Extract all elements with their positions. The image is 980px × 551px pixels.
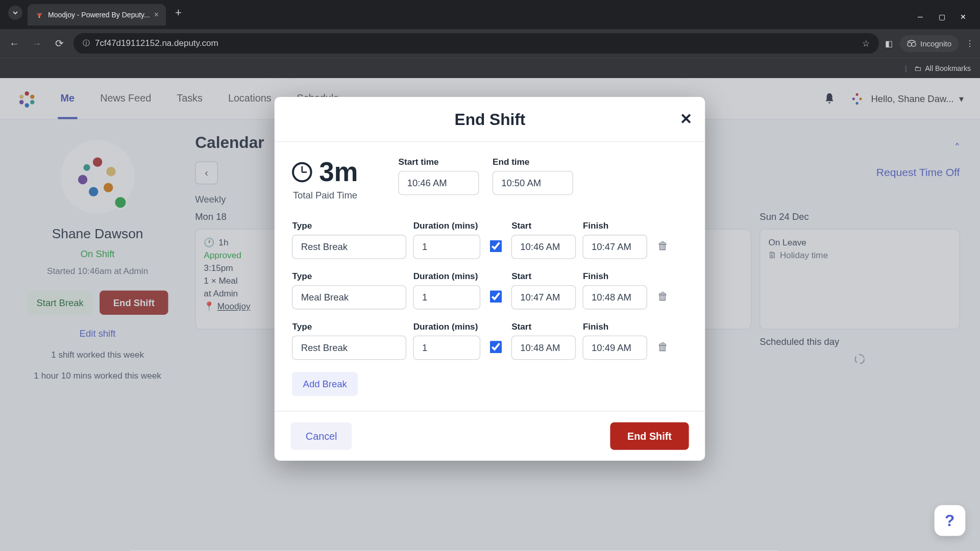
modal-overlay: End Shift ✕ 3m Total Paid Time Start tim… <box>0 78 980 551</box>
close-tab-icon[interactable]: × <box>154 10 159 19</box>
break-finish-label: Finish <box>583 321 648 332</box>
break-duration-input[interactable] <box>413 235 481 259</box>
site-info-icon[interactable]: ⓘ <box>83 39 90 48</box>
break-start-label: Start <box>511 271 576 281</box>
svg-point-2 <box>40 13 42 14</box>
break-type-label: Type <box>292 271 407 281</box>
folder-icon: 🗀 <box>914 64 921 72</box>
add-break-button[interactable]: Add Break <box>292 372 358 396</box>
tab-list-button[interactable] <box>8 6 22 20</box>
divider: | <box>905 64 907 72</box>
close-icon[interactable]: ✕ <box>680 110 692 128</box>
forward-button[interactable]: → <box>29 35 45 52</box>
break-start-input[interactable] <box>511 285 576 309</box>
end-time-label: End time <box>493 157 573 167</box>
break-finish-input[interactable] <box>583 336 648 360</box>
url-text: 7cf47d19112152.na.deputy.com <box>95 38 857 48</box>
break-duration-input[interactable] <box>413 285 481 309</box>
break-start-input[interactable] <box>511 235 576 259</box>
break-type-input[interactable] <box>292 235 407 259</box>
modal-title: End Shift <box>455 110 526 129</box>
break-finish-label: Finish <box>583 271 648 281</box>
break-checkbox[interactable] <box>490 341 502 353</box>
close-window-icon[interactable]: ✕ <box>959 13 968 21</box>
incognito-icon <box>907 40 916 47</box>
break-type-label: Type <box>292 220 407 231</box>
break-type-input[interactable] <box>292 285 407 309</box>
trash-icon[interactable]: 🗑 <box>657 240 668 253</box>
back-button[interactable]: ← <box>6 35 22 52</box>
end-shift-modal: End Shift ✕ 3m Total Paid Time Start tim… <box>275 97 705 461</box>
trash-icon[interactable]: 🗑 <box>657 290 668 303</box>
tab-favicon-icon <box>35 10 44 19</box>
new-tab-button[interactable]: + <box>169 6 188 23</box>
minimize-icon[interactable]: ─ <box>916 13 925 21</box>
menu-icon[interactable]: ⋮ <box>966 39 974 48</box>
clock-icon <box>292 162 313 182</box>
start-time-input[interactable] <box>399 171 479 195</box>
break-duration-input[interactable] <box>413 336 481 360</box>
reload-button[interactable]: ⟳ <box>51 35 67 52</box>
incognito-label: Incognito <box>920 39 951 48</box>
extensions-icon[interactable]: ◧ <box>885 39 893 48</box>
break-finish-label: Finish <box>583 220 648 231</box>
break-row: Type Duration (mins) Start Finish 🗑 <box>292 220 688 259</box>
paid-time-label: Total Paid Time <box>293 190 357 201</box>
paid-time-value: 3m <box>319 157 358 187</box>
browser-tab[interactable]: Moodjoy - Powered By Deputy... × <box>28 4 166 26</box>
svg-point-3 <box>39 16 40 18</box>
all-bookmarks-button[interactable]: 🗀 All Bookmarks <box>914 64 971 72</box>
break-duration-label: Duration (mins) <box>413 220 481 231</box>
svg-point-1 <box>37 13 38 14</box>
tab-title: Moodjoy - Powered By Deputy... <box>48 11 150 19</box>
start-time-label: Start time <box>399 157 479 167</box>
maximize-icon[interactable]: ▢ <box>937 13 946 21</box>
end-shift-submit-button[interactable]: End Shift <box>610 422 689 450</box>
break-checkbox[interactable] <box>490 240 502 253</box>
break-type-input[interactable] <box>292 336 407 360</box>
cancel-button[interactable]: Cancel <box>291 422 352 450</box>
break-finish-input[interactable] <box>583 235 648 259</box>
svg-point-5 <box>912 42 916 46</box>
break-type-label: Type <box>292 321 407 332</box>
all-bookmarks-label: All Bookmarks <box>925 64 971 72</box>
break-start-label: Start <box>511 321 576 332</box>
address-bar[interactable]: ⓘ 7cf47d19112152.na.deputy.com ☆ <box>74 33 879 54</box>
break-row: Type Duration (mins) Start Finish 🗑 <box>292 271 688 309</box>
break-finish-input[interactable] <box>583 285 648 309</box>
break-start-label: Start <box>511 220 576 231</box>
svg-point-4 <box>908 42 912 46</box>
end-time-input[interactable] <box>493 171 573 195</box>
bookmark-star-icon[interactable]: ☆ <box>862 38 870 49</box>
help-button[interactable]: ? <box>934 505 965 536</box>
trash-icon[interactable]: 🗑 <box>657 341 668 353</box>
break-duration-label: Duration (mins) <box>413 321 481 332</box>
break-start-input[interactable] <box>511 336 576 360</box>
incognito-chip[interactable]: Incognito <box>900 35 959 52</box>
break-checkbox[interactable] <box>490 290 502 303</box>
svg-point-0 <box>38 13 41 16</box>
break-row: Type Duration (mins) Start Finish 🗑 <box>292 321 688 360</box>
break-duration-label: Duration (mins) <box>413 271 481 281</box>
